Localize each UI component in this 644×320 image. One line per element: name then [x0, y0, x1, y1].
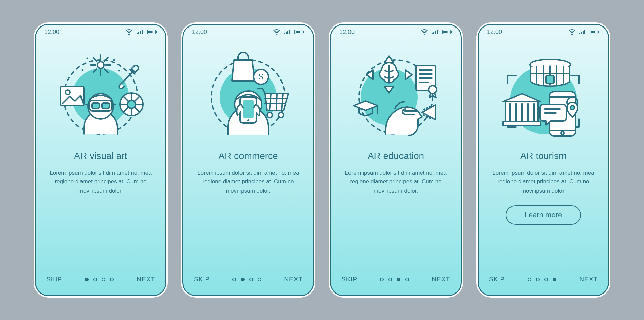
- svg-rect-94: [546, 75, 554, 84]
- battery-icon: [294, 29, 305, 35]
- bottom-nav: SKIP NEXT: [182, 267, 314, 296]
- svg-point-21: [118, 70, 120, 72]
- svg-rect-34: [284, 33, 285, 34]
- page-dots: [380, 278, 409, 281]
- page-dot[interactable]: [388, 278, 392, 281]
- status-time: 12:00: [44, 29, 59, 36]
- page-dot[interactable]: [85, 278, 89, 281]
- onboarding-content: AR tourism Lorem ipsum dolor sit dim ame…: [478, 144, 609, 267]
- screen-body: Lorem ipsum dolor sit dim amet no, mea r…: [491, 169, 596, 195]
- learn-more-button[interactable]: Learn more: [506, 205, 581, 225]
- status-time: 12:00: [192, 29, 207, 36]
- svg-rect-0: [137, 33, 138, 34]
- svg-rect-3: [142, 30, 143, 34]
- wifi-icon: [125, 29, 133, 35]
- status-time: 12:00: [339, 29, 355, 36]
- svg-rect-39: [296, 31, 300, 33]
- onboarding-stage: 12:00: [0, 0, 644, 320]
- svg-rect-54: [243, 100, 254, 118]
- svg-rect-6: [156, 31, 157, 33]
- battery-icon: [590, 29, 600, 35]
- signal-icon: [431, 29, 439, 35]
- status-icons: [421, 29, 452, 35]
- svg-rect-1: [138, 32, 139, 34]
- svg-rect-32: [92, 103, 99, 108]
- ar-education-icon: [345, 47, 446, 141]
- signal-icon: [284, 29, 291, 35]
- screen-title: AR tourism: [491, 151, 596, 161]
- status-bar: 12:00: [35, 24, 166, 40]
- page-dot[interactable]: [397, 278, 400, 281]
- svg-rect-82: [584, 30, 585, 34]
- signal-icon: [136, 29, 144, 35]
- page-dots: [528, 278, 556, 281]
- hero-illustration: [330, 40, 462, 144]
- next-button[interactable]: NEXT: [137, 276, 155, 283]
- svg-rect-33: [102, 103, 109, 108]
- page-dot[interactable]: [528, 278, 531, 281]
- battery-icon: [442, 29, 452, 35]
- page-dot[interactable]: [258, 278, 261, 281]
- onboarding-content: AR commerce Lorem ipsum dolor sit dim am…: [182, 144, 314, 267]
- svg-point-9: [97, 62, 104, 68]
- skip-button[interactable]: SKIP: [341, 276, 357, 283]
- page-dots: [232, 278, 261, 281]
- ar-commerce-icon: $: [198, 47, 299, 141]
- page-dots: [85, 278, 114, 281]
- svg-rect-56: [432, 33, 433, 34]
- svg-marker-65: [384, 56, 394, 63]
- svg-point-18: [87, 58, 88, 59]
- svg-point-20: [82, 69, 83, 71]
- page-dot[interactable]: [232, 278, 236, 281]
- next-button[interactable]: NEXT: [579, 276, 598, 283]
- svg-rect-58: [435, 31, 436, 34]
- svg-rect-97: [503, 122, 541, 126]
- svg-point-29: [127, 100, 136, 108]
- svg-rect-40: [303, 31, 304, 33]
- page-dot[interactable]: [553, 278, 556, 281]
- hero-illustration: [35, 40, 166, 144]
- svg-rect-80: [581, 32, 582, 34]
- onboarding-content: AR education Lorem ipsum dolor sit dim a…: [330, 144, 462, 267]
- screen-body: Lorem ipsum dolor sit dim amet no, mea r…: [343, 169, 448, 195]
- page-dot[interactable]: [544, 278, 548, 281]
- svg-rect-61: [443, 31, 448, 33]
- battery-icon: [147, 29, 157, 35]
- skip-button[interactable]: SKIP: [46, 276, 62, 283]
- next-button[interactable]: NEXT: [432, 276, 450, 283]
- svg-rect-59: [437, 30, 438, 34]
- svg-rect-36: [287, 31, 288, 34]
- page-dot[interactable]: [249, 278, 253, 281]
- svg-point-74: [429, 86, 437, 94]
- next-button[interactable]: NEXT: [284, 276, 303, 283]
- page-dot[interactable]: [93, 278, 97, 281]
- page-dot[interactable]: [241, 278, 245, 281]
- screen-title: AR visual art: [48, 151, 153, 161]
- skip-button[interactable]: SKIP: [194, 276, 210, 283]
- phone-screen-commerce: 12:00 $: [181, 22, 315, 298]
- phone-screen-visual-art: 12:00: [34, 22, 168, 298]
- ar-tourism-icon: [493, 47, 594, 141]
- svg-point-109: [570, 106, 574, 110]
- svg-text:$: $: [259, 72, 263, 81]
- page-dot[interactable]: [536, 278, 540, 281]
- svg-point-55: [247, 119, 249, 121]
- skip-button[interactable]: SKIP: [489, 276, 505, 283]
- ar-visual-art-icon: [50, 47, 151, 141]
- bottom-nav: SKIP NEXT: [35, 267, 166, 296]
- status-bar: 12:00: [182, 24, 314, 40]
- signal-icon: [579, 29, 586, 35]
- svg-rect-5: [148, 31, 153, 33]
- svg-rect-35: [286, 32, 287, 34]
- svg-rect-81: [583, 31, 584, 34]
- status-icons: [568, 29, 600, 35]
- hero-illustration: $: [182, 40, 314, 144]
- status-bar: 12:00: [330, 24, 462, 40]
- bottom-nav: SKIP NEXT: [330, 267, 462, 296]
- phone-screen-tourism: 12:00: [476, 22, 610, 298]
- page-dot[interactable]: [110, 278, 114, 281]
- page-dot[interactable]: [380, 278, 384, 281]
- page-dot[interactable]: [405, 278, 409, 281]
- hero-illustration: [478, 40, 609, 144]
- page-dot[interactable]: [102, 278, 105, 281]
